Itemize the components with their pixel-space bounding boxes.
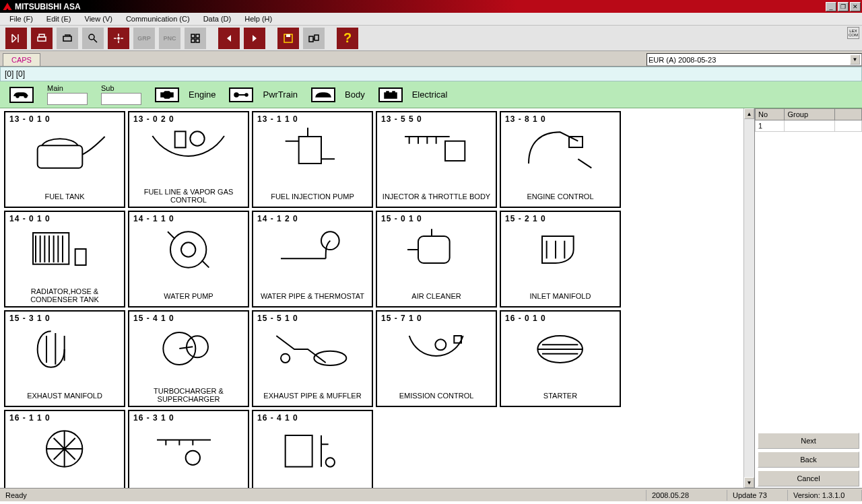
- toolbar-btn-grp[interactable]: GRP: [133, 28, 155, 49]
- cat-label: Body: [345, 89, 365, 100]
- status-date: 2008.05.28: [646, 490, 727, 501]
- toolbar-btn-3[interactable]: [57, 28, 78, 49]
- menu-view[interactable]: View (V): [78, 13, 119, 24]
- toolbar-btn-next[interactable]: [244, 28, 265, 49]
- part-card[interactable]: 13 - 0 1 0FUEL TANK: [4, 111, 125, 208]
- part-card[interactable]: 15 - 2 1 0INLET MANIFOLD: [500, 211, 621, 308]
- toolbar-btn-4[interactable]: [82, 28, 104, 49]
- svg-point-40: [326, 458, 335, 466]
- part-code: 14 - 1 2 0: [257, 214, 298, 223]
- svg-point-20: [191, 131, 205, 145]
- group-table: NoGroup 1: [755, 108, 862, 132]
- cancel-button[interactable]: Cancel: [758, 470, 859, 487]
- part-code: 16 - 3 1 0: [133, 413, 174, 423]
- part-card[interactable]: 15 - 5 1 0EXHAUST PIPE & MUFFLER: [252, 310, 373, 407]
- menu-bar: File (F) Edit (E) View (V) Communication…: [0, 13, 862, 26]
- svg-rect-22: [445, 141, 465, 161]
- tab-caps[interactable]: CAPS: [3, 53, 40, 66]
- part-label: EMISSION CONTROL: [377, 387, 496, 406]
- part-code: 15 - 4 1 0: [133, 314, 174, 323]
- part-card[interactable]: 16 - 4 1 0: [252, 410, 373, 488]
- part-label: [253, 487, 372, 488]
- svg-rect-19: [175, 131, 186, 147]
- part-card[interactable]: 14 - 0 1 0RADIATOR,HOSE & CONDENSER TANK: [4, 211, 125, 308]
- maximize-button[interactable]: ❐: [838, 2, 849, 11]
- main-field: Main: [47, 84, 88, 105]
- svg-rect-7: [191, 39, 195, 42]
- svg-point-14: [245, 94, 248, 96]
- vehicle-icon[interactable]: [9, 87, 34, 103]
- menu-communication[interactable]: Communication (C): [119, 13, 197, 24]
- minimize-button[interactable]: _: [826, 2, 836, 11]
- part-card[interactable]: 15 - 7 1 0EMISSION CONTROL: [376, 310, 497, 407]
- svg-rect-6: [196, 34, 199, 38]
- close-button[interactable]: ✕: [850, 2, 861, 11]
- part-card[interactable]: 16 - 0 1 0STARTER: [500, 310, 621, 407]
- next-button[interactable]: Next: [758, 433, 859, 449]
- toolbar-btn-grid[interactable]: [185, 28, 206, 49]
- toolbar-btn-help[interactable]: ?: [337, 28, 358, 49]
- part-card[interactable]: 15 - 0 1 0AIR CLEANER: [376, 211, 497, 308]
- scroll-up-icon[interactable]: ▲: [744, 108, 754, 119]
- part-code: 15 - 5 1 0: [257, 314, 298, 323]
- scroll-down-icon[interactable]: ▼: [744, 477, 754, 488]
- part-card[interactable]: 13 - 5 5 0INJECTOR & THROTTLE BODY: [376, 111, 497, 208]
- svg-rect-0: [38, 37, 46, 41]
- toolbar-btn-11[interactable]: [303, 28, 325, 49]
- col-group[interactable]: Group: [785, 109, 835, 120]
- part-card[interactable]: 16 - 1 1 0: [4, 410, 125, 488]
- cat-pwrtrain[interactable]: PwrTrain: [229, 87, 298, 102]
- cat-engine[interactable]: Engine: [155, 87, 216, 102]
- svg-rect-24: [33, 233, 69, 264]
- table-row[interactable]: 1: [756, 120, 862, 132]
- part-card[interactable]: 16 - 3 1 0: [128, 410, 249, 488]
- part-code: 16 - 1 1 0: [9, 413, 51, 423]
- part-code: 14 - 1 1 0: [133, 214, 174, 223]
- part-card[interactable]: 13 - 1 1 0FUEL INJECTION PUMP: [252, 111, 373, 208]
- svg-rect-17: [393, 92, 395, 93]
- toolbar-btn-target[interactable]: [108, 28, 129, 49]
- toolbar-btn-print[interactable]: [31, 28, 53, 49]
- part-card[interactable]: 14 - 1 1 0WATER PUMP: [128, 211, 249, 308]
- menu-data[interactable]: Data (D): [197, 13, 238, 24]
- title-bar: MITSUBISHI ASA _ ❐ ✕: [0, 0, 862, 13]
- part-code: 15 - 3 1 0: [9, 314, 51, 323]
- sub-input[interactable]: [101, 93, 141, 105]
- part-card[interactable]: 13 - 0 2 0FUEL LINE & VAPOR GAS CONTROL: [128, 111, 249, 208]
- part-label: STARTER: [501, 387, 620, 406]
- part-label: [5, 487, 124, 488]
- region-date-combo[interactable]: EUR (A) 2008-05-23 ▼: [646, 53, 862, 66]
- main-input[interactable]: [47, 93, 88, 105]
- toolbar-btn-1[interactable]: [5, 28, 27, 49]
- cat-body[interactable]: Body: [311, 87, 365, 102]
- svg-point-26: [170, 231, 206, 267]
- menu-help[interactable]: Help (H): [238, 13, 279, 24]
- svg-point-3: [89, 34, 94, 40]
- svg-rect-11: [309, 36, 313, 42]
- svg-rect-5: [191, 34, 195, 38]
- part-card[interactable]: 15 - 3 1 0EXHAUST MANIFOLD: [4, 310, 125, 407]
- engine-icon: [155, 87, 179, 102]
- part-card[interactable]: 15 - 4 1 0TURBOCHARGER & SUPERCHARGER: [128, 310, 249, 407]
- scrollbar[interactable]: ▲ ▼: [743, 108, 754, 488]
- svg-point-34: [436, 339, 446, 350]
- svg-point-38: [186, 451, 200, 465]
- svg-rect-12: [314, 35, 319, 40]
- part-code: 13 - 1 1 0: [257, 114, 298, 124]
- menu-file[interactable]: File (F): [3, 13, 40, 24]
- cat-electrical[interactable]: Electrical: [378, 87, 448, 102]
- toolbar-btn-pnc[interactable]: PNC: [159, 28, 180, 49]
- toolbar-btn-save[interactable]: [277, 28, 299, 49]
- part-code: 14 - 0 1 0: [9, 214, 51, 223]
- toolbar-btn-prev[interactable]: [218, 28, 240, 49]
- parts-grid-area: 13 - 0 1 0FUEL TANK13 - 0 2 0FUEL LINE &…: [0, 108, 754, 488]
- body-icon: [311, 87, 335, 102]
- back-button[interactable]: Back: [758, 452, 859, 468]
- filter-bar: Main Sub Engine PwrTrain Body Electrical: [0, 81, 862, 108]
- part-card[interactable]: 14 - 1 2 0WATER PIPE & THERMOSTAT: [252, 211, 373, 308]
- part-card[interactable]: 13 - 8 1 0ENGINE CONTROL: [500, 111, 621, 208]
- col-no[interactable]: No: [756, 109, 785, 120]
- part-code: 13 - 8 1 0: [505, 114, 546, 124]
- chevron-down-icon: ▼: [850, 55, 860, 65]
- menu-edit[interactable]: Edit (E): [40, 13, 78, 24]
